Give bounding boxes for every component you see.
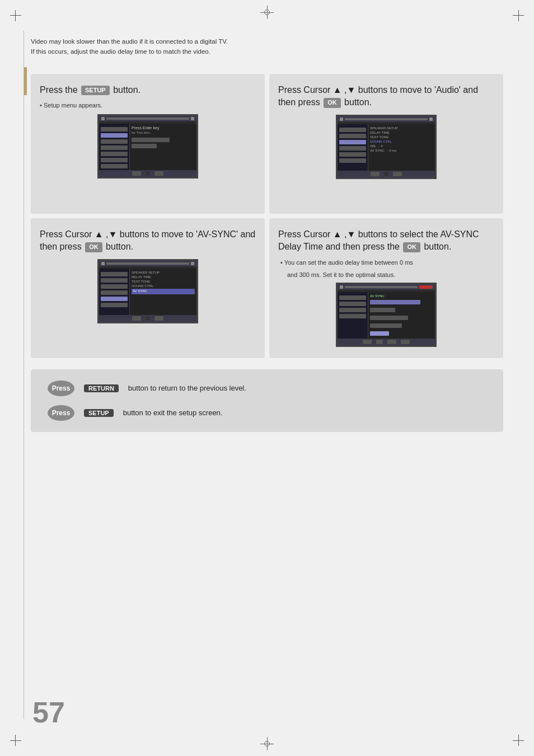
panels-grid: Press the SETUP button. Setup menu appea… (31, 74, 503, 358)
panel-3-ok-button: OK (85, 242, 102, 252)
panel-2: Press Cursor ▲ ,▼ buttons to move to 'Au… (269, 74, 503, 214)
bottom-row-1: Press RETURN button to return to the pre… (48, 381, 486, 396)
bottom-section: Press RETURN button to return to the pre… (31, 369, 503, 432)
panel-3: Press Cursor ▲ ,▼ buttons to move to 'AV… (31, 218, 265, 358)
panel-1-instruction: Press the SETUP button. (40, 84, 256, 96)
panel-2-text: Press Cursor ▲ ,▼ buttons to move to 'Au… (278, 85, 478, 107)
reg-mark-top-right-v (518, 10, 519, 21)
back-button: Press (48, 381, 74, 396)
crosshair-top (260, 6, 274, 19)
panel-4-instruction: Press Cursor ▲ ,▼ buttons to select the … (278, 228, 494, 253)
crosshair-bottom (260, 737, 274, 750)
reg-mark-top-left-v (15, 10, 16, 21)
setup-button: Press (48, 405, 74, 421)
bottom-row-1-text: button to return to the previous level. (128, 384, 246, 392)
info-text: Video may look slower than the audio if … (31, 36, 503, 57)
panel-3-screen: SPEAKER SETUP DELAY TIME TEST TONE SOUND… (97, 259, 198, 323)
panel-1-note: Setup menu appears. (40, 102, 256, 109)
panel-3-instruction: Press Cursor ▲ ,▼ buttons to move to 'AV… (40, 228, 256, 253)
panel-1-text-after: button. (113, 85, 140, 95)
panel-2-screen: SPEAKER SETUP DELAY TIME TEST TONE SOUND… (336, 115, 437, 179)
reg-mark-bottom-left-v (15, 735, 16, 746)
panel-3-text: Press Cursor ▲ ,▼ buttons to move to 'AV… (40, 229, 255, 251)
bottom-row-2: Press SETUP button to exit the setup scr… (48, 405, 486, 421)
page-number: 57 (32, 696, 65, 729)
panel-1-screen: Press Enter key for This Item (97, 114, 198, 179)
return-button-icon: RETURN (84, 384, 119, 392)
panel-2-text-after: button. (344, 97, 372, 107)
panel-4-ok-button: OK (403, 242, 420, 252)
panel-4: Press Cursor ▲ ,▼ buttons to select the … (269, 218, 503, 358)
panel-2-ok-button: OK (324, 98, 341, 107)
panel-4-screen: AV SYNC (336, 283, 437, 347)
panel-1-setup-button: SETUP (81, 86, 110, 95)
panel-1: Press the SETUP button. Setup menu appea… (31, 74, 265, 214)
reg-mark-bottom-left-h (10, 740, 21, 741)
info-line1: Video may look slower than the audio if … (31, 36, 503, 46)
panel-4-note2: and 300 ms. Set it to the optimal status… (278, 271, 494, 278)
left-vert-line (24, 31, 24, 719)
info-line2: If this occurs, adjust the audio delay t… (31, 46, 503, 57)
reg-mark-top-left-h (10, 15, 21, 16)
page-content: Video may look slower than the audio if … (0, 0, 534, 454)
panel-4-note1: You can set the audio delay time between… (278, 259, 494, 266)
reg-mark-bottom-right-v (518, 735, 519, 746)
panel-4-text-after: button. (424, 242, 451, 251)
bottom-row-2-text: button to exit the setup screen. (123, 408, 223, 417)
panel-3-text-after: button. (106, 242, 133, 251)
panel-2-instruction: Press Cursor ▲ ,▼ buttons to move to 'Au… (278, 84, 494, 109)
setup-exit-button-icon: SETUP (84, 409, 114, 417)
panel-1-text-before: Press the (40, 85, 80, 95)
